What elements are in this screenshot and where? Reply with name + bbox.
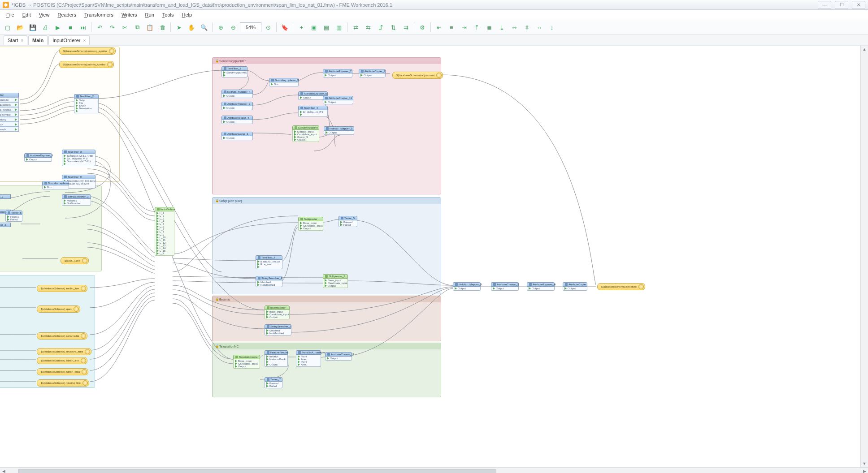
node-header[interactable]: AttributeExposer_4 — [527, 282, 555, 287]
node-header[interactable]: Tester_7 — [265, 377, 282, 382]
node-sonderingspunkt[interactable]: SonderingspunktM Base_inputCandidate_inp… — [292, 125, 319, 142]
node-port[interactable]: Output — [491, 287, 518, 290]
menu-readers[interactable]: Readers — [54, 11, 80, 18]
menu-tools[interactable]: Tools — [159, 11, 178, 18]
select-a-button[interactable]: ▣ — [308, 22, 320, 33]
al-left-button[interactable]: ⇤ — [433, 22, 445, 33]
tx-d-button[interactable]: ⇅ — [387, 22, 399, 33]
node-header[interactable]: AttributeExposer_3 — [24, 153, 52, 158]
writer-structure-area[interactable]: $(databaseSchema).structure_area — [37, 348, 91, 355]
save-button[interactable]: 💾 — [27, 22, 39, 33]
node-port[interactable] — [299, 113, 327, 116]
node-port[interactable]: Output — [527, 287, 554, 290]
select-c-button[interactable]: ▥ — [333, 22, 345, 33]
node-attributecopier-6[interactable]: AttributeCopier_6Output — [221, 132, 253, 140]
node-header[interactable]: StringSearcher_2 — [256, 276, 282, 280]
node-header[interactable]: AttributeCopier — [563, 282, 587, 287]
node-boundingplacer[interactable]: Boundin...eplacerBox — [42, 181, 69, 189]
node-port[interactable]: ing_symbol — [0, 107, 19, 112]
node-header[interactable]: TestFilter_8 — [256, 255, 282, 260]
node-header[interactable]: TestFilter_4 — [298, 106, 328, 110]
node-nullattrmapper-3[interactable]: NullAttr...Mapper_3Output — [453, 282, 481, 291]
pan-button[interactable]: ✋ — [186, 22, 197, 33]
vertical-scrollbar[interactable]: ▲ ▼ — [860, 46, 868, 467]
node-port[interactable]: Box — [269, 83, 298, 86]
node-skalptexter[interactable]: SkålptexterBase_inputCandidate_inputOutp… — [298, 217, 323, 231]
node-header[interactable]: AttributeCopier_7 — [359, 69, 386, 73]
writer-transmedia[interactable]: $(databaseSchema).transmedia — [37, 332, 87, 340]
pointer-button[interactable]: ➤ — [173, 22, 185, 33]
node-testfilter-7[interactable]: TestFilter_7SondringspunktS — [221, 66, 247, 77]
node-port[interactable]: Area — [296, 363, 321, 366]
scroll-left-arrow[interactable]: ◀ — [0, 468, 7, 473]
node-port[interactable]: Output — [293, 138, 319, 141]
node-port[interactable]: En skåla...nt M 9 — [299, 111, 327, 113]
redo-button[interactable]: ↷ — [106, 22, 118, 33]
node-header[interactable]: Tester_5 — [339, 216, 357, 220]
node-header[interactable]: StringSearcher_5 — [265, 324, 291, 329]
menu-run[interactable]: Run — [142, 11, 158, 18]
node-nullattrmapper-4[interactable]: NullAttr...Mapper_4Output — [221, 90, 253, 98]
cog-button[interactable]: ⚙ — [417, 22, 428, 33]
node-attributekeeper-4[interactable]: AttributeKeeper_4Output — [221, 116, 253, 124]
node-port[interactable]: Box — [43, 186, 69, 189]
node-brunnstexter[interactable]: BrunnstexterBase_inputCandidate_inputOut… — [265, 305, 290, 319]
node-port[interactable]: Output — [222, 95, 252, 97]
stop-button[interactable]: ■ — [65, 22, 76, 33]
paste-button[interactable]: 📋 — [144, 22, 156, 33]
node-header[interactable]: AttributeCreator_2 — [491, 282, 519, 287]
node-attributeexposer-4[interactable]: AttributeExposer_4Output — [527, 282, 555, 291]
node-port[interactable]: Failed — [339, 224, 357, 226]
node-header[interactable]: Skålptexter — [298, 217, 323, 221]
node-port[interactable]: Output — [563, 287, 587, 290]
tab-main[interactable]: Main — [28, 35, 48, 45]
node-port[interactable]: Output — [222, 137, 252, 139]
node-featurereader[interactable]: FeatureReaderInitiatorNationalPunktOutpu… — [265, 350, 288, 367]
node-port[interactable]: Equipment — [0, 102, 19, 107]
node-er3[interactable]: er_3 — [0, 194, 11, 199]
node-port[interactable]: Output — [234, 365, 260, 368]
node-stringsearcher-3[interactable]: StringSearcher_3MatchedNotMatched — [62, 194, 91, 206]
run-button[interactable]: ▶ — [52, 22, 64, 33]
search-button[interactable]: 🔍 — [198, 22, 210, 33]
node-testfilter-3[interactable]: TestFilter_3Skålptext (M 3,9,4,45)En. sk… — [62, 150, 95, 166]
node-port[interactable] — [256, 266, 282, 268]
new-button[interactable]: ▢ — [2, 22, 13, 33]
al-vcenter-button[interactable]: ≣ — [483, 22, 495, 33]
node-port[interactable]: leaking — [0, 117, 19, 122]
bookmark-button[interactable]: 🔖 — [279, 22, 291, 33]
cut-button[interactable]: ✂ — [119, 22, 130, 33]
node-header[interactable]: AttributeCreator_12 — [325, 352, 352, 357]
al-hcenter-button[interactable]: ≡ — [446, 22, 457, 33]
node-attributeexposer-7[interactable]: AttributeExposer_7Output — [323, 69, 352, 77]
sp-v-button[interactable]: ↕ — [546, 22, 558, 33]
zoom-in-button[interactable]: ⊕ — [215, 22, 226, 33]
node-attributecreator-11[interactable]: AttributeCreator_11Output — [323, 96, 353, 104]
node-attributecreator-12[interactable]: AttributeCreator_12Output — [325, 352, 352, 361]
print-button[interactable]: 🖨 — [39, 22, 51, 33]
tab-inputorderer[interactable]: InputOrderer× — [48, 35, 90, 45]
tx-a-button[interactable]: ⇄ — [350, 22, 361, 33]
al-bottom-button[interactable]: ⤓ — [496, 22, 508, 33]
undo-button[interactable]: ↶ — [94, 22, 105, 33]
node-port[interactable]: Output — [359, 74, 385, 77]
node-header[interactable]: AttributeExposer_6 — [298, 91, 328, 96]
zoom-level-field[interactable]: 54% — [240, 22, 261, 32]
canvas-viewport[interactable]: 🔒 Sonderingspunkter 🔒 Skålp (och pilar) … — [0, 45, 868, 467]
node-port[interactable]: NotMatched — [256, 284, 282, 286]
writer-adjustment[interactable]: $(databaseSchema).adjustment — [392, 72, 443, 79]
window-maximize-button[interactable]: ☐ — [835, 1, 848, 9]
node-header[interactable]: TestFilter_2 — [74, 94, 99, 99]
node-header[interactable]: TestFilter_3 — [62, 150, 95, 154]
menu-transformers[interactable]: Transformers — [81, 11, 117, 18]
dist-h-button[interactable]: ⇿ — [508, 22, 520, 33]
tab-close-icon[interactable]: × — [83, 38, 86, 43]
dist-v-button[interactable]: ⇳ — [521, 22, 533, 33]
writer-missing-line[interactable]: $(databaseSchema).missing_line — [37, 379, 89, 387]
node-port[interactable]: Output — [265, 363, 287, 366]
tx-c-button[interactable]: ⇵ — [375, 22, 386, 33]
scroll-down-arrow[interactable]: ▼ — [861, 460, 868, 467]
node-port[interactable]: Output — [222, 120, 252, 123]
add-button[interactable]: ＋ — [295, 22, 307, 33]
al-right-button[interactable]: ⇥ — [458, 22, 470, 33]
